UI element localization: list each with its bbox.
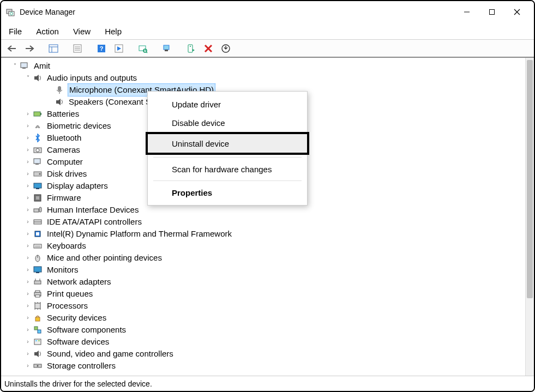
disable-device-button[interactable] [201,41,216,56]
tree-label: Firmware [46,192,82,204]
expand-icon[interactable]: › [24,290,32,298]
svg-rect-72 [34,327,38,330]
expand-icon[interactable]: › [24,182,32,190]
ctx-update-driver[interactable]: Update driver [148,95,307,113]
svg-point-79 [37,365,39,367]
tree-network[interactable]: › Network adapters [2,276,525,288]
maximize-button[interactable] [479,3,504,21]
vertical-scrollbar[interactable] [525,58,534,376]
svg-rect-73 [38,330,41,333]
expand-icon[interactable]: › [24,134,32,142]
forward-button[interactable] [22,41,37,56]
enable-device-button[interactable] [183,41,199,56]
svg-point-40 [39,173,41,175]
tree-processors[interactable]: › Processors [2,300,525,312]
action-button[interactable] [111,41,127,56]
expand-icon[interactable]: › [24,230,32,238]
menu-file[interactable]: File [7,26,24,37]
tree-software-components[interactable]: › Software components [2,324,525,336]
svg-marker-77 [34,351,39,357]
minimize-button[interactable] [454,3,479,21]
software-device-icon [33,337,43,347]
tree-label: Batteries [46,108,80,120]
expand-icon[interactable]: › [24,302,32,310]
expand-icon[interactable]: › [24,254,32,262]
tree-audio-category[interactable]: ˅ Audio inputs and outputs [2,72,525,84]
toolbar: ? [1,39,534,58]
tree-sound-video[interactable]: › Sound, video and game controllers [2,348,525,360]
close-button[interactable] [504,3,530,21]
svg-rect-18 [139,46,146,51]
expand-icon[interactable]: › [24,362,32,370]
expand-icon[interactable]: › [24,122,32,130]
hid-icon [33,205,43,215]
tree-hid[interactable]: › Human Interface Devices [2,204,525,216]
expand-icon[interactable]: › [24,146,32,154]
tree-label: Amit [33,60,51,72]
tree-label: IDE ATA/ATAPI controllers [46,216,143,228]
storage-icon [33,361,43,371]
tree-ide[interactable]: › IDE ATA/ATAPI controllers [2,216,525,228]
svg-rect-22 [165,50,168,51]
expand-icon[interactable]: › [24,278,32,286]
ctx-separator [153,157,302,158]
expand-icon[interactable]: › [24,170,32,178]
expand-icon[interactable]: › [24,206,32,214]
menu-action[interactable]: Action [34,26,61,37]
expand-icon[interactable]: › [24,158,32,166]
expand-icon[interactable]: › [24,326,32,334]
svg-rect-41 [34,183,41,188]
collapse-icon[interactable]: ˅ [11,62,19,70]
tree-software-devices[interactable]: › Software devices [2,336,525,348]
tree-label: Processors [46,300,89,312]
ctx-disable-device[interactable]: Disable device [148,113,307,132]
status-text: Uninstalls the driver for the selected d… [4,379,152,388]
show-hide-tree-button[interactable] [46,41,61,56]
uninstall-device-button[interactable] [218,41,233,56]
tree-security[interactable]: › Security devices [2,312,525,324]
tree-keyboards[interactable]: › Keyboards [2,240,525,252]
expand-icon[interactable]: › [24,338,32,346]
update-driver-button[interactable] [159,41,175,56]
properties-button[interactable] [70,41,85,56]
tree-label: Security devices [46,312,107,324]
svg-rect-38 [35,164,39,165]
window-title: Device Manager [20,8,75,16]
expand-icon[interactable]: › [24,242,32,250]
computer-icon [33,157,43,167]
collapse-icon[interactable]: ˅ [24,74,32,82]
scan-hardware-button[interactable] [135,41,151,56]
tree-label: Software components [46,324,127,336]
tree-mice[interactable]: › Mice and other pointing devices [2,252,525,264]
scrollbar-thumb[interactable] [527,60,533,298]
expand-icon[interactable]: › [24,218,32,226]
menu-help[interactable]: Help [103,26,124,37]
svg-marker-32 [56,99,61,105]
svg-line-20 [146,52,147,53]
tree-label: Human Interface Devices [46,204,140,216]
tree-root[interactable]: ˅ Amit [2,60,525,72]
printer-icon [33,289,43,299]
tree-label: Software devices [46,336,110,348]
tree-print-queues[interactable]: › Print queues [2,288,525,300]
ctx-properties[interactable]: Properties [148,183,307,202]
svg-rect-4 [490,10,495,15]
help-button[interactable]: ? [94,41,109,56]
expand-icon[interactable]: › [24,314,32,322]
ctx-scan-hardware[interactable]: Scan for hardware changes [148,160,307,178]
svg-rect-74 [34,339,41,345]
expand-icon[interactable]: › [24,266,32,274]
svg-rect-56 [34,267,41,272]
expand-icon[interactable]: › [24,350,32,358]
tree-label: Audio inputs and outputs [46,72,138,84]
menu-view[interactable]: View [71,26,93,37]
svg-rect-50 [36,232,39,236]
tree-monitors[interactable]: › Monitors [2,264,525,276]
ctx-uninstall-device[interactable]: Uninstall device [148,134,307,153]
back-button[interactable] [4,41,20,56]
tree-label: Cameras [46,144,81,156]
tree-intel-dynamic[interactable]: › Intel(R) Dynamic Platform and Thermal … [2,228,525,240]
tree-storage[interactable]: › Storage controllers [2,360,525,372]
expand-icon[interactable]: › [24,110,32,118]
expand-icon[interactable]: › [24,194,32,202]
